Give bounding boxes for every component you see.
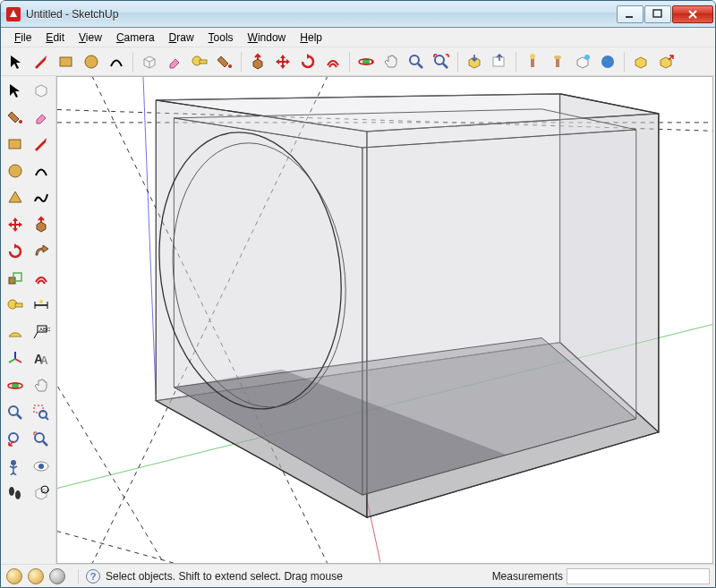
extension-warehouse-tool[interactable] <box>629 50 652 73</box>
select-tool[interactable] <box>4 50 28 73</box>
3d-viewport[interactable] <box>56 76 713 564</box>
circle-lg[interactable] <box>3 158 28 183</box>
dimension-lg[interactable] <box>30 293 55 318</box>
follow-me-lg[interactable] <box>30 239 55 264</box>
zoom-tool[interactable] <box>405 50 428 73</box>
statusbar: ? Select objects. Shift to extend select… <box>1 564 715 587</box>
rotate-tool[interactable] <box>296 50 320 73</box>
instructor-orb-2[interactable] <box>28 568 44 584</box>
instructor-orb-1[interactable] <box>6 568 22 584</box>
axes-lg[interactable] <box>3 346 28 371</box>
svg-point-24 <box>9 165 21 177</box>
rectangle-tool[interactable] <box>55 50 78 73</box>
zoom-window-lg[interactable] <box>30 400 55 425</box>
titlebar: Untitled - SketchUp <box>1 1 715 28</box>
make-component-lg[interactable] <box>30 78 55 103</box>
look-around-lg[interactable] <box>30 454 55 479</box>
paint-bucket-tool[interactable] <box>213 50 236 73</box>
svg-line-12 <box>418 64 422 68</box>
svg-point-17 <box>530 54 535 59</box>
menu-help[interactable]: Help <box>294 30 328 46</box>
zoom-extents-tool[interactable] <box>430 50 453 73</box>
make-component-tool[interactable] <box>138 50 161 73</box>
position-camera-lg[interactable] <box>3 454 28 479</box>
svg-point-55 <box>9 487 14 496</box>
svg-rect-18 <box>556 58 559 67</box>
push-pull-lg[interactable] <box>30 212 55 237</box>
svg-point-33 <box>39 300 43 303</box>
select-tool-lg[interactable] <box>3 78 28 103</box>
scale-lg[interactable] <box>3 266 28 291</box>
model-canvas <box>57 77 712 563</box>
eraser-lg[interactable] <box>30 105 55 130</box>
move-lg[interactable] <box>3 212 28 237</box>
menu-edit[interactable]: Edit <box>39 30 71 46</box>
previous-lg[interactable] <box>3 427 28 452</box>
pan-lg[interactable] <box>30 373 55 398</box>
menu-window[interactable]: Window <box>242 30 293 46</box>
send-to-layout-tool[interactable] <box>654 50 678 73</box>
circle-tool[interactable] <box>80 50 103 73</box>
svg-line-45 <box>17 414 21 419</box>
text-lg[interactable]: ABC <box>30 320 55 345</box>
freehand-lg[interactable] <box>30 185 55 210</box>
menu-tools[interactable]: Tools <box>202 30 240 46</box>
polygon-lg[interactable] <box>3 185 28 210</box>
add-location-tool[interactable] <box>521 50 544 73</box>
svg-text:A: A <box>40 354 48 367</box>
menu-file[interactable]: File <box>8 30 38 46</box>
offset-lg[interactable] <box>30 266 55 291</box>
svg-point-22 <box>19 120 22 124</box>
share-model-tool[interactable] <box>488 50 511 73</box>
svg-point-11 <box>410 55 419 64</box>
orbit-tool[interactable] <box>354 50 378 73</box>
arc-tool[interactable] <box>105 50 128 73</box>
menu-camera[interactable]: Camera <box>110 30 161 46</box>
walk-lg[interactable] <box>3 481 28 506</box>
window-controls <box>617 5 713 23</box>
svg-point-5 <box>85 55 98 68</box>
measurements-input[interactable] <box>567 568 710 584</box>
toggle-terrain-tool[interactable] <box>546 50 569 73</box>
svg-point-56 <box>15 490 21 499</box>
window-title: Untitled - SketchUp <box>26 8 617 21</box>
move-tool[interactable] <box>271 50 294 73</box>
line-lg[interactable] <box>30 132 55 157</box>
push-pull-tool[interactable] <box>246 50 269 73</box>
svg-line-39 <box>9 359 15 362</box>
svg-line-48 <box>46 417 48 420</box>
help-icon[interactable]: ? <box>86 569 100 584</box>
section-plane-lg[interactable]: C↺ <box>30 481 55 506</box>
orbit-lg[interactable] <box>3 373 28 398</box>
maximize-button[interactable] <box>644 5 671 23</box>
svg-rect-15 <box>493 57 504 66</box>
svg-point-44 <box>9 406 18 415</box>
paint-bucket-lg[interactable] <box>3 105 28 130</box>
rotate-lg[interactable] <box>3 239 28 264</box>
minimize-button[interactable] <box>617 5 644 23</box>
menubar: File Edit View Camera Draw Tools Window … <box>1 28 715 47</box>
zoom-lg[interactable] <box>3 400 28 425</box>
eraser-tool[interactable] <box>163 50 186 73</box>
preview-in-earth-tool[interactable] <box>596 50 619 73</box>
svg-point-20 <box>584 55 590 60</box>
tape-measure-tool[interactable] <box>188 50 211 73</box>
close-button[interactable] <box>672 5 713 23</box>
menu-view[interactable]: View <box>72 30 108 46</box>
rectangle-lg[interactable] <box>3 132 28 157</box>
tape-lg[interactable] <box>3 293 28 318</box>
3dtext-lg[interactable]: AA <box>30 346 55 371</box>
svg-marker-25 <box>9 192 21 202</box>
offset-tool[interactable] <box>321 50 345 73</box>
arc-lg[interactable] <box>30 158 55 183</box>
protractor-lg[interactable] <box>3 320 28 345</box>
zoom-extents-lg[interactable] <box>30 427 55 452</box>
svg-line-14 <box>443 64 448 68</box>
instructor-orb-3[interactable] <box>49 568 65 584</box>
line-tool[interactable] <box>30 50 53 73</box>
pan-tool[interactable] <box>379 50 403 73</box>
photo-textures-tool[interactable] <box>571 50 594 73</box>
app-window: Untitled - SketchUp File Edit View Camer… <box>0 0 716 588</box>
get-models-tool[interactable] <box>463 50 486 73</box>
menu-draw[interactable]: Draw <box>163 30 200 46</box>
